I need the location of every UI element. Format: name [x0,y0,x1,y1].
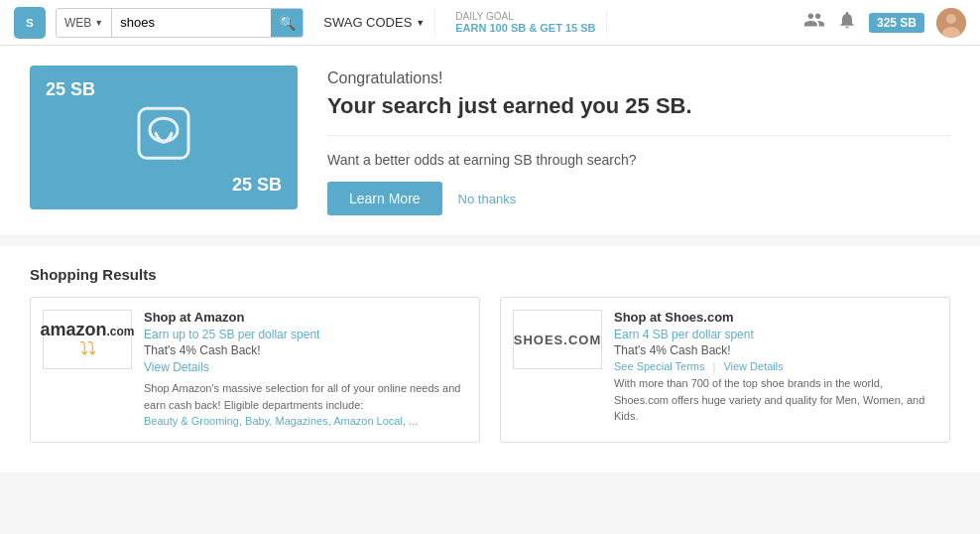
shopping-section: Shopping Results amazon.com ⤵⤵ Shop at A… [0,246,980,472]
shoes-logo-box: SHOES.COM [513,310,602,369]
sb-card-top-value: 25 SB [46,79,282,100]
search-input[interactable] [112,9,271,37]
daily-goal-earn-text: EARN 100 SB & GET 15 SB [455,22,595,34]
earn-subtext: Want a better odds at earning SB through… [327,152,950,168]
svg-text:S: S [26,16,34,29]
search-bar: WEB ▼ 🔍 [56,8,304,38]
search-button[interactable]: 🔍 [271,9,303,37]
amazon-shop-info: Shop at Amazon Earn up to 25 SB per doll… [144,310,467,430]
shopping-grid: amazon.com ⤵⤵ Shop at Amazon Earn up to … [30,297,950,443]
header: S WEB ▼ 🔍 SWAG CODES ▼ DAILY GOAL EARN 1… [0,0,980,46]
user-icon[interactable] [803,9,825,36]
no-thanks-button[interactable]: No thanks [458,192,517,206]
daily-goal-label: DAILY GOAL [455,11,514,22]
shoes-special-terms-row: See Special Terms | View Details [614,360,937,372]
swag-codes-label: SWAG CODES [323,15,412,30]
shoes-see-special-terms[interactable]: See Special Terms [614,360,705,372]
divider: | [713,360,716,372]
sb-card-logo [134,103,193,166]
sb-reward-card: 25 SB 25 SB [30,66,298,209]
search-type-selector[interactable]: WEB ▼ [57,9,112,37]
sb-balance[interactable]: 325 SB [869,13,924,33]
amazon-logo-box: amazon.com ⤵⤵ [43,310,132,369]
earned-heading: Your search just earned you 25 SB. [327,93,950,136]
shopping-section-title: Shopping Results [30,266,950,283]
logo-icon[interactable]: S [14,7,46,39]
search-type-label: WEB [64,16,91,30]
svg-rect-5 [139,108,188,158]
notification-content: Congratulations! Your search just earned… [327,66,950,215]
shoes-shop-info: Shop at Shoes.com Earn 4 SB per dollar s… [614,310,937,430]
swag-codes-chevron: ▼ [416,18,425,28]
amazon-shop-name: Shop at Amazon [144,310,467,325]
shoes-shop-card: SHOES.COM Shop at Shoes.com Earn 4 SB pe… [500,297,950,443]
shoes-earn-text[interactable]: Earn 4 SB per dollar spent [614,328,937,341]
header-right: 325 SB [803,8,966,38]
amazon-earn-text[interactable]: Earn up to 25 SB per dollar spent [144,328,467,341]
swag-codes-menu[interactable]: SWAG CODES ▼ [313,8,435,37]
sb-card-bottom-value: 25 SB [46,175,282,196]
amazon-shop-card: amazon.com ⤵⤵ Shop at Amazon Earn up to … [30,297,480,443]
notification-icon[interactable] [837,10,857,35]
shoes-view-details[interactable]: View Details [723,360,783,372]
congrats-text: Congratulations! [327,69,950,87]
shoes-logo-text: SHOES.COM [514,333,601,347]
daily-goal[interactable]: DAILY GOAL EARN 100 SB & GET 15 SB [445,11,606,34]
amazon-cashback: That's 4% Cash Back! [144,343,467,357]
shoes-cashback: That's 4% Cash Back! [614,343,937,357]
amazon-description: Shop Amazon's massive selection for all … [144,380,467,430]
user-avatar[interactable] [936,8,966,38]
chevron-icon: ▼ [94,18,103,28]
shoes-description: With more than 700 of the top shoe brand… [614,375,937,425]
shoes-shop-name: Shop at Shoes.com [614,310,937,325]
learn-more-button[interactable]: Learn More [327,182,442,215]
notification-section: 25 SB 25 SB Congratulations! Your search… [0,46,980,236]
amazon-logo-text: amazon.com [40,321,134,338]
svg-point-3 [946,14,956,24]
amazon-arrow-logo: ⤵⤵ [40,338,134,359]
amazon-desc-link[interactable]: Beauty & Grooming, Baby, Magazines, Amaz… [144,415,418,427]
notification-buttons: Learn More No thanks [327,182,950,215]
amazon-view-details[interactable]: View Details [144,360,467,374]
